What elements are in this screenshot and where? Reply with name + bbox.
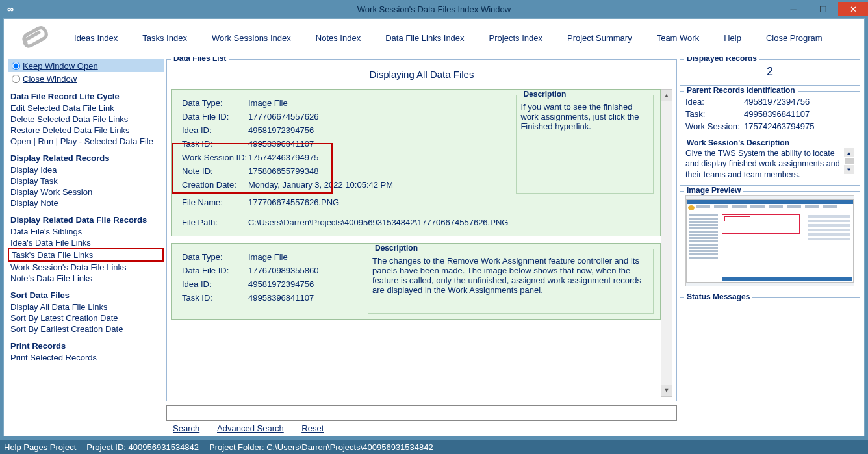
parent-ws-val: 175742463794975 — [744, 121, 814, 131]
ws-description-group: Work Session's Description Give the TWS … — [680, 144, 860, 186]
val-note-id: 175806655799348 — [248, 166, 508, 176]
nav-close-program[interactable]: Close Program — [766, 33, 823, 43]
reset-link[interactable]: Reset — [301, 423, 324, 433]
scroll-down-icon[interactable]: ▼ — [661, 385, 672, 396]
status-messages-group: Status Messages — [680, 297, 860, 336]
parent-task-val: 49958396841107 — [744, 109, 810, 119]
link-open-run-play[interactable]: Open | Run | Play - Selected Data File — [8, 136, 164, 147]
scroll-up-icon[interactable]: ▲ — [844, 148, 854, 157]
lbl-task-id: Task ID: — [182, 139, 248, 149]
link-sort-latest[interactable]: Sort By Latest Creation Date — [8, 312, 164, 323]
link-restore-deleted[interactable]: Restore Deleted Data File Links — [8, 125, 164, 136]
lbl-task-id: Task ID: — [182, 293, 248, 303]
card-list: Data Type:Image File Data File ID:177706… — [171, 89, 661, 397]
scroll-down-icon[interactable]: ▼ — [844, 165, 854, 174]
link-display-idea[interactable]: Display Idea — [8, 164, 164, 175]
link-display-all[interactable]: Display All Data File Links — [8, 301, 164, 312]
heading-related-records: Display Related Records — [10, 153, 164, 163]
parent-records-group: Parent Records Identification Idea:49581… — [680, 91, 860, 138]
app-body: Ideas Index Tasks Index Work Sessions In… — [3, 18, 865, 436]
paperclip-icon — [17, 23, 55, 52]
val-created: Monday, January 3, 2022 10:05:42 PM — [248, 180, 508, 190]
lbl-data-type: Data Type: — [182, 98, 248, 108]
ws-description-text: Give the TWS System the ability to locat… — [685, 148, 843, 180]
search-link[interactable]: Search — [173, 423, 199, 433]
link-sort-earliest[interactable]: Sort By Earilest Creation Date — [8, 323, 164, 334]
link-edit-selected[interactable]: Edit Selected Data File Link — [8, 103, 164, 114]
link-note-data-file-links[interactable]: Note's Data File Links — [8, 273, 164, 284]
link-print-selected[interactable]: Print Selected Records — [8, 352, 164, 363]
link-siblings[interactable]: Data File's Siblings — [8, 226, 164, 237]
radio-close-window[interactable]: Close Window — [8, 72, 164, 85]
list-title: Displaying All Data Files — [171, 64, 672, 89]
parent-idea-lbl: Idea: — [685, 97, 744, 107]
nav-help[interactable]: Help — [724, 33, 741, 43]
footer-help-project: Help Pages Project — [4, 442, 76, 452]
heading-related-data-files: Display Related Data File Records — [10, 215, 164, 225]
lbl-file-id: Data File ID: — [182, 266, 248, 275]
image-preview[interactable] — [685, 195, 854, 286]
data-files-list-group: Data Files List Displaying All Data File… — [166, 59, 677, 401]
lbl-data-type: Data Type: — [182, 252, 248, 262]
status-messages-legend: Status Messages — [684, 292, 752, 301]
nav-projects-index[interactable]: Projects Index — [489, 33, 542, 43]
advanced-search-link[interactable]: Advanced Search — [217, 423, 284, 433]
radio-keep-open-input[interactable] — [12, 62, 20, 70]
desc-scrollbar[interactable]: ▲ ▼ — [843, 148, 854, 180]
val-task-id: 49958396841107 — [248, 293, 360, 303]
footer-project-folder: Project Folder: C:\Users\Darren\Projects… — [209, 442, 433, 452]
parent-ws-lbl: Work Session: — [685, 121, 744, 131]
link-display-work-session[interactable]: Display Work Session — [8, 186, 164, 197]
description-legend: Description — [372, 244, 420, 253]
link-ws-data-file-links[interactable]: Work Session's Data File Links — [8, 262, 164, 273]
radio-keep-window-open[interactable]: Keep Window Open — [8, 59, 164, 72]
nav-ideas-index[interactable]: Ideas Index — [74, 33, 118, 43]
window-title: Work Session's Data Files Index Window — [0, 5, 868, 14]
center-panel: Data Files List Displaying All Data File… — [166, 59, 677, 433]
list-scrollbar[interactable]: ▲ ▼ — [661, 89, 672, 397]
status-bar: Help Pages Project Project ID: 400956931… — [0, 440, 868, 454]
val-fpath: C:\Users\Darren\Projects\400956931534842… — [248, 218, 508, 227]
displayed-records-group: Displayed Records 2 — [680, 59, 860, 86]
nav-project-summary[interactable]: Project Summary — [567, 33, 632, 43]
link-delete-selected[interactable]: Delete Selected Data File Links — [8, 114, 164, 125]
lbl-file-id: Data File ID: — [182, 112, 248, 121]
toolbar: Ideas Index Tasks Index Work Sessions In… — [4, 19, 864, 57]
link-display-task[interactable]: Display Task — [8, 175, 164, 186]
lbl-idea-id: Idea ID: — [182, 279, 248, 289]
description-legend: Description — [520, 90, 568, 99]
nav-notes-index[interactable]: Notes Index — [316, 33, 361, 43]
scroll-thumb[interactable] — [845, 158, 854, 164]
nav-data-file-links-index[interactable]: Data File Links Index — [385, 33, 464, 43]
val-idea-id: 49581972394756 — [248, 125, 508, 135]
val-data-type: Image File — [248, 252, 360, 262]
val-data-type: Image File — [248, 98, 508, 108]
description-text: If you want to see the finished work ass… — [520, 98, 649, 131]
link-display-note[interactable]: Display Note — [8, 197, 164, 208]
lbl-fname: File Name: — [182, 197, 248, 207]
preview-thumbnail — [686, 199, 854, 283]
link-task-data-file-links[interactable]: Task's Data File Links — [8, 248, 164, 262]
displayed-records-count: 2 — [685, 64, 854, 80]
heading-sort: Sort Data Files — [10, 290, 164, 300]
data-file-card[interactable]: Data Type:Image File Data File ID:177670… — [171, 243, 661, 320]
right-panel: Displayed Records 2 Parent Records Ident… — [680, 59, 860, 433]
scroll-up-icon[interactable]: ▲ — [661, 90, 672, 101]
data-file-card[interactable]: Data Type:Image File Data File ID:177706… — [171, 89, 661, 236]
nav-tasks-index[interactable]: Tasks Index — [142, 33, 187, 43]
main-area: Keep Window Open Close Window Data File … — [4, 57, 864, 436]
parent-idea-val: 49581972394756 — [744, 97, 810, 107]
search-input[interactable] — [166, 405, 677, 421]
val-file-id: 177670989355860 — [248, 266, 360, 275]
radio-close-input[interactable] — [12, 75, 20, 83]
val-ws-id: 175742463794975 — [248, 153, 508, 162]
image-preview-group: Image Preview — [680, 191, 860, 292]
parent-records-legend: Parent Records Identification — [684, 86, 798, 95]
nav-work-sessions-index[interactable]: Work Sessions Index — [212, 33, 291, 43]
parent-task-lbl: Task: — [685, 109, 744, 119]
link-idea-data-file-links[interactable]: Idea's Data File Links — [8, 237, 164, 248]
app-window: ∞ Work Session's Data Files Index Window… — [0, 0, 868, 454]
nav-team-work[interactable]: Team Work — [657, 33, 700, 43]
image-preview-legend: Image Preview — [684, 186, 743, 195]
lbl-ws-id: Work Session ID: — [182, 153, 248, 162]
